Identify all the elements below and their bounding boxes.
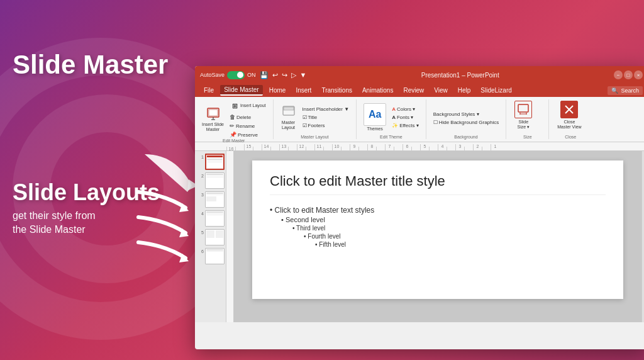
bg-options: Background Styles ▾ ☐ Hide Background Gr… — [431, 108, 501, 126]
master-layout-button[interactable]: MasterLayout — [279, 103, 299, 131]
hide-background-button[interactable]: ☐ Hide Background Graphics — [431, 119, 501, 126]
close-button[interactable]: × — [634, 70, 643, 79]
thumb-body-2a — [206, 176, 223, 176]
ruler-mark — [464, 147, 473, 150]
delete-button[interactable]: 🗑 Delete — [228, 113, 267, 121]
undo-icon[interactable]: ↩ — [272, 71, 278, 79]
insert-placeholder-button[interactable]: Insert Placeholder ▼ — [301, 106, 352, 113]
slide-body-list: Click to edit Master text styles Second … — [270, 205, 606, 249]
preserve-icon: 📌 — [230, 132, 236, 138]
svg-rect-5 — [209, 110, 218, 116]
thumb-two-col — [206, 230, 223, 238]
effects-icon: ✨ — [392, 123, 398, 128]
slide-5-content — [206, 230, 224, 239]
slide-title[interactable]: Click to edit Master title style — [270, 173, 606, 195]
slide-3-thumb[interactable] — [205, 191, 225, 208]
close-master-view-button[interactable]: CloseMaster View — [554, 99, 584, 130]
ruler-mark: 13 — [279, 144, 288, 150]
slide-5-thumb[interactable] — [205, 229, 225, 245]
autosave-area: AutoSave ON — [200, 71, 256, 79]
delete-icon: 🗑 — [230, 114, 235, 120]
background-styles-button[interactable]: Background Styles ▾ — [431, 111, 501, 118]
ribbon-group-edit-theme: Aa Themes A Colors ▾ A Fonts ▾ ✨ Effects… — [362, 99, 426, 139]
slide-6-wrapper: 6 — [196, 248, 225, 264]
slide-panel[interactable]: 1 2 — [195, 151, 226, 322]
ribbon-group-size: SlideSize ▾ Size — [511, 99, 549, 139]
thumb-title-3 — [206, 193, 223, 194]
ruler-mark — [323, 147, 332, 150]
ruler-mark — [253, 147, 262, 150]
insert-slide-master-button[interactable]: Insert SlideMaster — [200, 105, 226, 133]
thumb-body-2 — [207, 162, 223, 162]
slide-4-content — [206, 211, 224, 217]
slide-canvas[interactable]: Click to edit Master title style Click t… — [234, 151, 641, 322]
ruler-mark — [394, 147, 402, 150]
ruler-mark: 9 — [350, 144, 358, 150]
minimize-button[interactable]: − — [614, 70, 623, 79]
present-icon[interactable]: ▷ — [291, 71, 296, 79]
menu-insert[interactable]: Insert — [292, 86, 315, 95]
fonts-icon: A — [392, 115, 396, 120]
ribbon-group-edit-master: Insert SlideMaster ⊞ Insert Layout 🗑 Del… — [200, 99, 274, 139]
slide-2-thumb[interactable] — [205, 172, 225, 189]
maximize-button[interactable]: □ — [624, 70, 633, 79]
menu-view[interactable]: View — [430, 86, 452, 95]
insert-layout-button[interactable]: ⊞ Insert Layout — [228, 99, 267, 112]
slide-1-thumb[interactable] — [205, 154, 225, 170]
autosave-toggle[interactable] — [227, 71, 245, 79]
slide-1-wrapper: 1 — [196, 154, 225, 170]
thumb-body-4a — [206, 213, 223, 214]
thumb-image-3 — [206, 196, 216, 201]
vertical-scrollbar[interactable] — [641, 151, 644, 322]
slide-4-wrapper: 4 — [196, 210, 225, 227]
colors-button[interactable]: A Colors ▾ — [390, 106, 421, 113]
close-label: Close — [554, 135, 587, 139]
themes-button[interactable]: Aa Themes — [362, 102, 388, 133]
menu-transitions[interactable]: Transitions — [318, 86, 356, 95]
menu-home[interactable]: Home — [265, 86, 290, 95]
window-title: Presentation1 – PowerPoint — [421, 72, 499, 79]
slide-size-button[interactable]: SlideSize ▾ — [511, 99, 535, 130]
ruler-mark: 10 — [332, 144, 341, 150]
close-master-label: CloseMaster View — [557, 120, 581, 129]
ruler-mark: 3 — [455, 144, 464, 150]
slide-2-content — [206, 173, 224, 179]
slide-page[interactable]: Click to edit Master title style Click t… — [252, 160, 623, 299]
redo-icon[interactable]: ↪ — [282, 71, 287, 79]
thumb-title-2 — [206, 174, 223, 175]
menu-animations[interactable]: Animations — [358, 86, 397, 95]
menu-review[interactable]: Review — [399, 86, 428, 95]
menu-slide-master[interactable]: Slide Master — [220, 85, 263, 96]
preserve-button[interactable]: 📌 Preserve — [228, 131, 267, 138]
thumb-body-4b — [206, 215, 223, 215]
thumb-col2 — [216, 230, 224, 238]
menu-file[interactable]: File — [200, 86, 218, 95]
effects-button[interactable]: ✨ Effects ▾ — [390, 122, 421, 129]
ruler-marks: 16 15 14 13 12 11 10 9 8 7 6 5 4 — [226, 142, 499, 150]
ruler-mark: 11 — [314, 144, 323, 150]
title-checkbox[interactable]: ☑ Title — [301, 114, 352, 121]
insert-placeholder-group: Insert Placeholder ▼ ☑ Title ☑ Footers — [301, 106, 352, 129]
rename-icon: ✏ — [230, 123, 235, 129]
body-item-5: Fifth level — [315, 240, 606, 249]
fonts-button[interactable]: A Fonts ▾ — [390, 114, 421, 121]
ruler-mark: 6 — [402, 144, 411, 150]
ruler-mark — [376, 147, 385, 150]
slide-6-thumb[interactable] — [205, 248, 225, 264]
menu-help[interactable]: Help — [454, 86, 475, 95]
ruler-mark: 12 — [297, 144, 306, 150]
rename-button[interactable]: ✏ Rename — [228, 122, 267, 130]
search-area[interactable]: 🔍 Search — [608, 86, 643, 95]
ruler-mark: 2 — [473, 144, 482, 150]
ruler-mark — [235, 147, 244, 150]
more-icon[interactable]: ▼ — [300, 71, 307, 79]
save-icon[interactable]: 💾 — [260, 71, 269, 79]
body-item-1: Click to edit Master text styles — [270, 205, 606, 215]
menu-slidelizard[interactable]: SlideLizard — [477, 86, 515, 95]
slide-4-thumb[interactable] — [205, 210, 225, 227]
ruler-mark: 5 — [420, 144, 429, 150]
footers-checkbox[interactable]: ☑ Footers — [301, 122, 352, 129]
slide-body: Click to edit Master text styles Second … — [270, 205, 606, 249]
slide-master-title: Slide Master — [13, 50, 195, 79]
ribbon-group-master-layout: MasterLayout Insert Placeholder ▼ ☑ Titl… — [279, 99, 357, 139]
